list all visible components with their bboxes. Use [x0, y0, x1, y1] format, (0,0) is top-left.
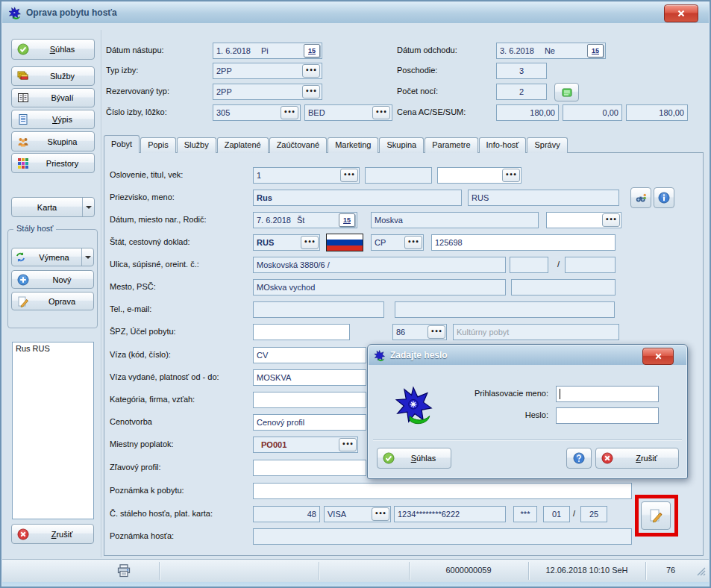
tab-popis[interactable]: Popis: [140, 137, 176, 153]
spz-field[interactable]: [253, 324, 350, 340]
vypis-button[interactable]: Výpis: [11, 110, 95, 129]
suhlas-mnemonic: S: [50, 45, 55, 54]
mesto-field[interactable]: MOskva vychod: [253, 279, 506, 295]
cena-sum-field[interactable]: 180,00: [626, 104, 688, 121]
cenotvorba-field[interactable]: Cenový profil: [253, 414, 366, 431]
ellipsis-button[interactable]: •••: [602, 213, 620, 227]
tab-spravy[interactable]: Správy: [527, 137, 567, 153]
priestory-button-label: Priestory: [34, 159, 94, 168]
annotation-highlight-box: [635, 495, 678, 537]
karta-dropdown-section[interactable]: [82, 198, 94, 216]
suhlas-button[interactable]: Súhlas: [11, 39, 95, 60]
night-report-button[interactable]: [554, 83, 579, 101]
ellipsis-button[interactable]: •••: [372, 106, 390, 119]
supisne-cislo-field[interactable]: [510, 257, 548, 273]
ellipsis-button[interactable]: •••: [302, 85, 320, 98]
ellipsis-button[interactable]: •••: [502, 169, 520, 182]
close-icon: [677, 9, 686, 18]
tab-skupina[interactable]: Skupina: [379, 137, 424, 153]
skupina-button[interactable]: Skupina: [11, 131, 95, 151]
karta-cislo-field[interactable]: 1234********6222: [394, 506, 506, 522]
priestory-button[interactable]: Priestory: [11, 153, 95, 173]
calendar-button[interactable]: 15: [339, 213, 355, 227]
kategoria-field[interactable]: [253, 392, 366, 408]
dialog-help-button[interactable]: [566, 448, 592, 469]
priezvisko-label: Priezvisko, meno:: [110, 193, 175, 201]
resize-grip[interactable]: [695, 566, 706, 579]
oprava-button[interactable]: Oprava: [11, 292, 94, 310]
ellipsis-button[interactable]: •••: [340, 169, 358, 182]
datum-odchodu-label: Dátum odchodu:: [397, 46, 457, 54]
zrusit-button[interactable]: Zrušiť: [11, 524, 94, 544]
vymena-split-button[interactable]: Výmena: [11, 248, 94, 266]
sluzby-button[interactable]: Služby: [11, 66, 95, 86]
priezvisko-field[interactable]: Rus: [253, 190, 462, 206]
tab-zauctovane[interactable]: Zaúčtované: [269, 137, 327, 153]
tab-pobyt[interactable]: Pobyt: [104, 135, 140, 153]
ulica-field[interactable]: Moskovská 3880/6 /: [253, 257, 506, 273]
calendar-button[interactable]: 15: [304, 44, 320, 57]
doklad-cislo-field[interactable]: 125698: [431, 234, 616, 251]
poznamka-hosta-field[interactable]: [253, 528, 632, 545]
miesto-narodenia-field[interactable]: Moskva: [371, 212, 539, 228]
suhlas-button-label: Súhlas: [34, 45, 94, 54]
cena-ac-field[interactable]: 180,00: [496, 104, 559, 121]
login-input[interactable]: [556, 386, 659, 402]
dialog-zrusit-button[interactable]: Zrušiť: [595, 448, 679, 469]
datum-nastupu-value: 1. 6.2018: [216, 46, 251, 55]
oprava-button-label: Oprava: [34, 297, 93, 306]
guest-info-button[interactable]: [654, 187, 674, 208]
tab-info-host[interactable]: Info-hosť: [479, 137, 527, 153]
orientacne-cislo-field[interactable]: [565, 257, 616, 273]
viza-kod-field[interactable]: CV: [253, 347, 366, 363]
ellipsis-button[interactable]: •••: [301, 236, 319, 249]
calendar-button[interactable]: 15: [587, 44, 604, 57]
status-timestamp: 12.06.2018 10:10 SeH: [528, 566, 645, 575]
guest-listbox[interactable]: Rus RUS: [12, 342, 94, 519]
tel-field[interactable]: [253, 301, 384, 318]
vypis-button-label: Výpis: [34, 115, 94, 124]
karta-rok-field[interactable]: 25: [580, 506, 607, 522]
ellipsis-button[interactable]: •••: [302, 64, 320, 78]
login-label: Prihlasovacie meno:: [442, 389, 548, 398]
karta-cvv-field[interactable]: ***: [513, 506, 537, 522]
viza-vydane-label: Víza vydané, platnosť od - do:: [110, 372, 219, 381]
tab-marketing[interactable]: Marketing: [328, 137, 378, 153]
psc-field[interactable]: [511, 279, 616, 295]
tab-parametre[interactable]: Parametre: [425, 137, 477, 153]
password-input[interactable]: [556, 407, 659, 424]
titul-field[interactable]: [365, 167, 432, 184]
email-field[interactable]: [395, 301, 615, 318]
tab-sluzby[interactable]: Služby: [177, 137, 216, 153]
cislo-staleho-hosta-field[interactable]: 48: [253, 506, 320, 522]
plus-circle-icon: [17, 274, 29, 286]
dialog-suhlas-button[interactable]: Súhlas: [377, 448, 451, 469]
poschodie-field[interactable]: 3: [496, 63, 547, 79]
ucel-pobytu-field[interactable]: Kultúrny pobyt: [453, 324, 619, 340]
ellipsis-button[interactable]: •••: [372, 507, 389, 521]
vymena-dropdown-section[interactable]: [81, 248, 93, 266]
viza-vydane-field[interactable]: MOSKVA: [253, 369, 366, 386]
karta-split-button[interactable]: Karta: [11, 197, 95, 217]
zlavovy-profil-field[interactable]: [253, 460, 366, 476]
guest-list-item[interactable]: Rus RUS: [13, 343, 93, 354]
ellipsis-button[interactable]: •••: [427, 325, 445, 339]
byvali-button[interactable]: Bývalí: [11, 88, 95, 107]
printer-icon[interactable]: [116, 563, 131, 578]
rezervovany-typ-label: Rezervovaný typ:: [106, 87, 169, 96]
ulica-label: Ulica, súpisné, oreint. č.:: [110, 260, 199, 269]
tel-email-label: Tel., e-mail:: [110, 304, 151, 313]
ellipsis-button[interactable]: •••: [281, 106, 298, 119]
dialog-close-button[interactable]: [642, 348, 674, 365]
ellipsis-button[interactable]: •••: [339, 438, 357, 451]
ellipsis-button[interactable]: •••: [404, 236, 422, 249]
poznamka-pobyt-field[interactable]: [253, 483, 632, 499]
karta-mesiac-field[interactable]: 01: [543, 506, 570, 522]
window-close-button[interactable]: [664, 4, 698, 22]
tab-zaplatene[interactable]: Zaplatené: [217, 137, 269, 153]
cena-se-field[interactable]: 0,00: [563, 104, 622, 121]
guest-search-button[interactable]: [630, 187, 651, 208]
pocet-noci-field[interactable]: 2: [496, 84, 547, 100]
meno-field[interactable]: RUS: [468, 190, 619, 206]
novy-button[interactable]: Nový: [11, 270, 94, 289]
